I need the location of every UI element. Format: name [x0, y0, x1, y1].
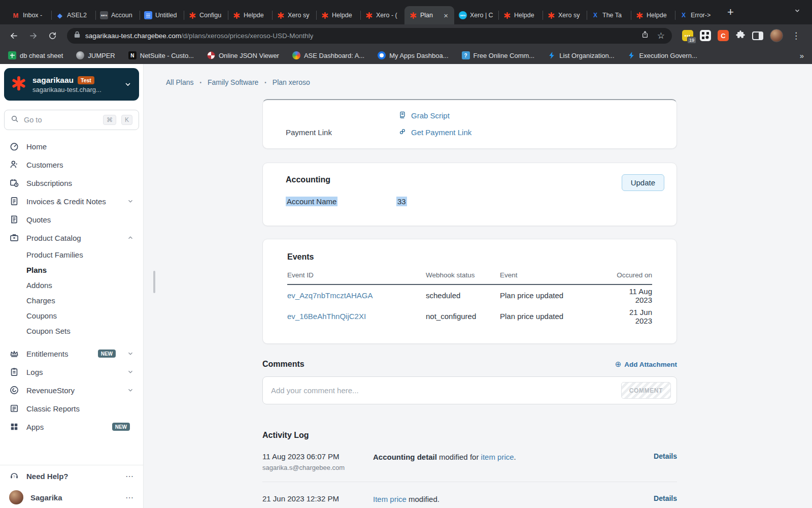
goto-search[interactable]: Go to ⌘ K [4, 110, 139, 130]
extensions-puzzle-icon[interactable] [735, 29, 746, 42]
sidebar-item-classic-reports[interactable]: Classic Reports [4, 399, 139, 418]
diamond-icon: ◆ [56, 11, 64, 19]
need-help-item[interactable]: ? Need Help? ⋯ [4, 465, 139, 487]
sidebar-subitem-coupons[interactable]: Coupons [4, 308, 139, 323]
bookmarks-overflow-icon[interactable]: » [800, 51, 804, 60]
browser-tab-error[interactable]: XError-> [675, 6, 719, 24]
breadcrumb-family-software[interactable]: Family Software [208, 78, 258, 86]
browser-tab-helpde-4[interactable]: Helpde [631, 6, 675, 24]
sidebar-subitem-coupon-sets[interactable]: Coupon Sets [4, 323, 139, 338]
more-options-icon[interactable]: ⋯ [125, 471, 134, 481]
bookmark-execution-govern[interactable]: Execution Govern... [628, 51, 697, 59]
breadcrumb-plan-xeroso[interactable]: Plan xeroso [273, 78, 310, 86]
sidebar-item-customers[interactable]: Customers [4, 155, 139, 174]
bookmark-free-online[interactable]: ?Free Online Comm... [462, 51, 535, 59]
activity-timestamp: 21 Jun 2023 12:32 PM [262, 494, 373, 503]
share-icon[interactable] [641, 30, 649, 41]
breadcrumb-all-plans[interactable]: All Plans [166, 78, 193, 86]
details-link[interactable]: Details [631, 452, 677, 471]
sidebar-item-invoices[interactable]: Invoices & Credit Notes [4, 192, 139, 210]
chargebee-icon [547, 11, 555, 19]
webhook-status: not_configured [426, 312, 500, 321]
browser-tab-configu[interactable]: Configu [184, 6, 228, 24]
globe-icon [76, 51, 84, 59]
tab-search-chevron-icon[interactable] [794, 7, 801, 16]
browser-tab-xero-c[interactable]: xeroXero | C [454, 6, 498, 24]
browser-tab-helpde-3[interactable]: Helpde [498, 6, 543, 24]
user-profile-item[interactable]: Sagarika ⋯ [4, 487, 139, 508]
sidebar-item-product-catalog[interactable]: Product Catalog [4, 229, 139, 247]
event-id-link[interactable]: ev_Azq7nbTmcztAHAGA [287, 291, 426, 300]
back-button[interactable] [6, 28, 21, 43]
bookmark-my-apps[interactable]: My Apps Dashboa... [378, 51, 448, 59]
browser-tab-xerosy-2[interactable]: Xero sy [543, 6, 587, 24]
more-options-icon[interactable]: ⋯ [125, 493, 134, 502]
bookmark-json-viewer[interactable]: Online JSON Viewer [207, 51, 279, 59]
chargebee-logo-icon [11, 76, 26, 93]
sidebar-subitem-addons[interactable]: Addons [4, 277, 139, 293]
comment-button[interactable]: COMMENT [621, 382, 671, 399]
reload-button[interactable] [45, 28, 60, 43]
events-card: Events Event ID Webhook status Event Occ… [262, 239, 677, 344]
item-price-link[interactable]: Item price [373, 495, 407, 503]
sidebar-subitem-product-families[interactable]: Product Families [4, 247, 139, 262]
new-tab-button[interactable]: + [724, 7, 737, 18]
browser-tab-helpde-1[interactable]: Helpde [228, 6, 272, 24]
forward-button[interactable] [25, 28, 41, 43]
page-scrollbar-thumb[interactable] [153, 271, 155, 293]
sidebar-item-home[interactable]: Home [4, 137, 139, 155]
sidebar-subitem-plans[interactable]: Plans [4, 262, 139, 277]
org-name: sagarikaau [32, 76, 74, 85]
browser-tab-xerosy-1[interactable]: Xero sy [272, 6, 316, 24]
bookmark-jumper[interactable]: JUMPER [76, 51, 115, 59]
extension-yellow-icon[interactable]: 19 [682, 30, 693, 41]
sidebar-item-logs[interactable]: Logs [4, 363, 139, 381]
comment-input[interactable] [262, 376, 677, 404]
browser-tab-helpde-2[interactable]: Helpde [316, 6, 360, 24]
sidebar-item-entitlements[interactable]: Entitlements NEW [4, 344, 139, 363]
browser-tab-asel2[interactable]: ◆ASEL2 [51, 6, 95, 24]
extension-chargebee-icon[interactable]: C [718, 30, 729, 41]
sidebar-item-quotes[interactable]: Quotes [4, 210, 139, 229]
add-attachment-link[interactable]: ⊕ Add Attachment [615, 360, 677, 369]
account-name-label: Account Name [286, 197, 337, 206]
browser-tab-accoun[interactable]: xeroAccoun [95, 6, 140, 24]
chargebee-icon [188, 11, 196, 19]
side-panel-icon[interactable] [752, 31, 763, 40]
json-pinwheel-icon [207, 51, 215, 59]
sidebar-subitem-charges[interactable]: Charges [4, 293, 139, 308]
bookmark-db-cheat-sheet[interactable]: db cheat sheet [8, 51, 63, 59]
accounting-card: Accounting Update Account Name 33 [262, 163, 677, 226]
org-switcher[interactable]: sagarikaauTest sagarikaau-test.charg... [4, 68, 139, 101]
browser-tab-plan-active[interactable]: Plan× [404, 6, 454, 24]
event-name: Plan price updated [500, 312, 617, 321]
details-link[interactable]: Details [631, 494, 677, 503]
bookmark-list-organization[interactable]: List Organization... [548, 51, 614, 59]
item-price-link[interactable]: item price [481, 453, 514, 461]
extension-qr-icon[interactable] [700, 30, 711, 41]
bookmark-star-icon[interactable]: ☆ [657, 30, 665, 41]
update-button[interactable]: Update [622, 174, 664, 191]
get-payment-link[interactable]: Get Payment Link [398, 128, 654, 137]
sidebar-item-apps[interactable]: Apps NEW [4, 418, 139, 436]
profile-avatar[interactable] [770, 29, 783, 42]
url-path: /d/plans/xeroso/prices/xeroso-USD-Monthl… [181, 32, 313, 40]
bookmark-netsuite[interactable]: NNetSuite - Custo... [128, 51, 194, 59]
address-bar[interactable]: sagarikaau-test.chargebee.com/d/plans/xe… [67, 28, 672, 44]
sidebar-item-subscriptions[interactable]: Subscriptions [4, 174, 139, 192]
browser-menu-icon[interactable]: ⋮ [790, 30, 803, 41]
lock-icon [74, 31, 80, 40]
grab-script-link[interactable]: Grab Script [398, 111, 654, 120]
browser-tab-untitled[interactable]: Untitled [140, 6, 184, 24]
extension-badge: 19 [687, 37, 696, 44]
chargebee-icon [503, 11, 511, 19]
event-id-link[interactable]: ev_16BeAhThnQijC2XI [287, 312, 426, 321]
browser-tab-theta[interactable]: XThe Ta [587, 6, 631, 24]
bookmark-ase-dashboard[interactable]: ASE Dashboard: A... [292, 51, 364, 59]
browser-tab-inbox[interactable]: MInbox - [7, 6, 51, 24]
catalog-box-icon [9, 233, 19, 243]
activity-entry: 21 Jun 2023 12:32 PM Item price modified… [262, 482, 677, 508]
close-icon[interactable]: × [442, 11, 450, 20]
browser-tab-xero-paren[interactable]: Xero - ( [360, 6, 404, 24]
sidebar-item-revenuestory[interactable]: RevenueStory [4, 381, 139, 399]
